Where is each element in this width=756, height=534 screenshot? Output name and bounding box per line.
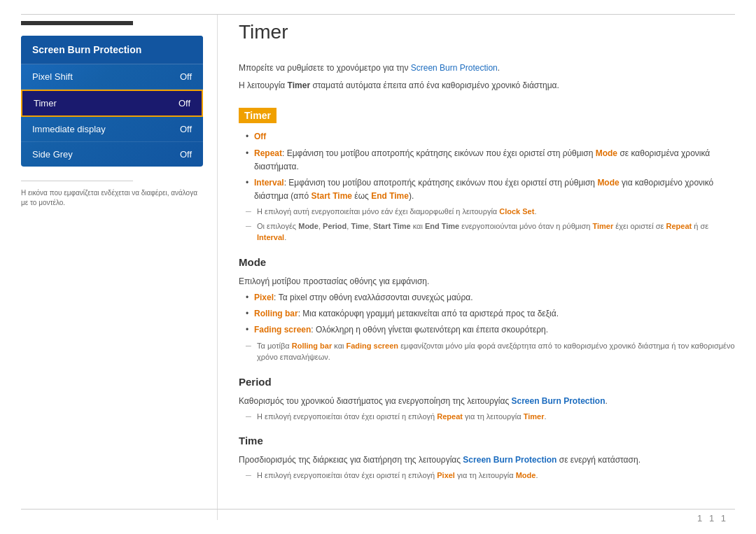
mode-bullet-rolling: Rolling bar: Μια κατακόρυφη γραμμή μετακ… [246, 307, 735, 321]
mode-bullet-fading: Fading screen: Ολόκληρη η οθόνη γίνεται … [246, 323, 735, 337]
mode-rolling-label: Rolling bar [254, 309, 298, 318]
bottom-divider [21, 509, 735, 510]
mode-note: Τα μοτίβα Rolling bar και Fading screen … [250, 340, 735, 363]
sidebar-menu: Screen Burn Protection Pixel Shift Off T… [21, 36, 203, 167]
time-note-mode: Mode [516, 471, 536, 479]
bullet-interval-starttime: Start Time [312, 191, 352, 201]
bullet-repeat-mode: Mode [596, 148, 617, 158]
period-section-title: Period [239, 376, 735, 391]
note2-mode: Mode [298, 222, 318, 230]
sidebar-top-bar [21, 21, 133, 25]
sidebar-item-immediate-label: Immediate display [32, 124, 106, 134]
timer-bullet-list: Off Repeat: Εμφάνιση του μοτίβου αποτροπ… [246, 130, 735, 203]
sidebar-item-pixel-shift-label: Pixel Shift [32, 71, 73, 82]
note2-period: Period [323, 222, 346, 230]
intro-highlight-1: Screen Burn Protection [411, 63, 498, 73]
time-highlight: Screen Burn Protection [463, 455, 556, 465]
sidebar: Screen Burn Protection Pixel Shift Off T… [21, 14, 217, 520]
time-note: Η επιλογή ενεργοποιείται όταν έχει οριστ… [250, 470, 735, 482]
note2-repeat: Repeat [666, 222, 692, 230]
sidebar-item-pixel-shift[interactable]: Pixel Shift Off [21, 64, 203, 90]
intro-timer-bold: Timer [288, 80, 310, 90]
bullet-interval-mode: Mode [597, 178, 619, 188]
sidebar-item-side-grey[interactable]: Side Grey Off [21, 142, 203, 167]
timer-note-2: Οι επιλογές Mode, Period, Time, Start Ti… [250, 220, 735, 244]
bullet-interval: Interval: Εμφάνιση του μοτίβου αποτροπής… [246, 176, 735, 203]
bullet-interval-endtime: End Time [371, 191, 409, 201]
timer-note-clockset: Clock Set [499, 207, 534, 216]
period-note: Η επιλογή ενεργοποιείται όταν έχει οριστ… [250, 411, 735, 423]
bullet-off: Off [246, 130, 735, 143]
sidebar-item-timer-value: Off [178, 98, 190, 108]
sidebar-menu-title: Screen Burn Protection [21, 36, 203, 64]
note2-starttime: Start Time [373, 222, 411, 230]
sidebar-item-side-grey-value: Off [180, 149, 192, 160]
bullet-repeat: Repeat: Εμφάνιση του μοτίβου αποτροπής κ… [246, 147, 735, 174]
note2-endtime: End Time [425, 222, 459, 230]
note2-timer: Timer [593, 222, 614, 230]
sidebar-item-side-grey-label: Side Grey [32, 149, 73, 160]
mode-note-fading: Fading screen [346, 342, 399, 350]
note2-time: Time [351, 222, 368, 230]
mode-note-rolling: Rolling bar [292, 342, 332, 350]
page-title: Timer [239, 21, 735, 50]
sidebar-item-immediate-display[interactable]: Immediate display Off [21, 117, 203, 142]
sidebar-item-timer[interactable]: Timer Off [21, 90, 203, 117]
period-note-timer: Timer [524, 412, 545, 421]
bullet-interval-label: Interval [254, 178, 284, 188]
note2-interval: Interval [257, 233, 284, 241]
period-section-text: Καθορισμός του χρονικού διαστήματος για … [239, 395, 735, 408]
time-note-pixel: Pixel [437, 471, 455, 479]
period-highlight: Screen Burn Protection [512, 396, 606, 406]
main-content: Timer Μπορείτε να ρυθμίσετε το χρονόμετρ… [217, 14, 735, 520]
mode-section-title: Mode [239, 256, 735, 271]
time-section-text: Προσδιορισμός της διάρκειας για διατήρησ… [239, 454, 735, 467]
sidebar-item-pixel-shift-value: Off [180, 71, 192, 82]
bullet-repeat-label: Repeat [254, 148, 282, 158]
page-number: 1 1 1 [697, 513, 728, 524]
mode-section-text: Επιλογή μοτίβου προστασίας οθόνης για εμ… [239, 275, 735, 288]
mode-fading-label: Fading screen [254, 325, 311, 335]
time-section-title: Time [239, 435, 735, 449]
period-note-repeat: Repeat [437, 412, 463, 421]
sidebar-item-immediate-value: Off [180, 124, 192, 134]
sidebar-note: Η εικόνα που εμφανίζεται ενδέχεται να δι… [21, 188, 203, 208]
timer-section-heading: Timer [239, 108, 276, 123]
sidebar-item-timer-label: Timer [34, 98, 57, 108]
top-divider [21, 14, 735, 15]
mode-bullet-list: Pixel: Τα pixel στην οθόνη εναλλάσσονται… [246, 291, 735, 337]
intro-text-2: Η λειτουργία Timer σταματά αυτόματα έπει… [239, 79, 735, 92]
sidebar-divider [21, 181, 133, 181]
bullet-off-label: Off [254, 132, 266, 141]
mode-bullet-pixel: Pixel: Τα pixel στην οθόνη εναλλάσσονται… [246, 291, 735, 304]
intro-text-1: Μπορείτε να ρυθμίσετε το χρονόμετρο για … [239, 62, 735, 75]
mode-pixel-label: Pixel [254, 293, 274, 302]
timer-note-1: Η επιλογή αυτή ενεργοποιείται μόνο εάν έ… [250, 206, 735, 218]
